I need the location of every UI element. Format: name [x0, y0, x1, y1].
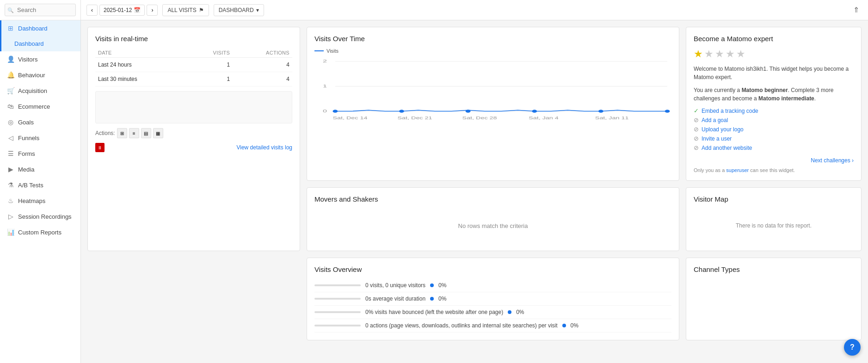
rt-actions: 4: [233, 72, 292, 86]
embed-tracking-link[interactable]: Embed a tracking code: [702, 108, 758, 114]
sidebar-item-dashboard[interactable]: ⊞ Dashboard: [0, 20, 80, 36]
sidebar-item-forms[interactable]: ☰ Forms: [0, 146, 80, 161]
actions-label: Actions:: [95, 130, 115, 136]
sidebar-label-goals: Goals: [18, 119, 34, 126]
cross-icon-2: ⊘: [694, 126, 699, 133]
pause-button[interactable]: ⏸: [95, 143, 105, 152]
sidebar-item-acquisition[interactable]: 🛒 Acquisition: [0, 83, 80, 98]
help-button[interactable]: ?: [844, 339, 861, 356]
cross-icon-1: ⊘: [694, 117, 699, 123]
overview-badge: 0%: [516, 309, 524, 315]
sidebar-label-visitors: Visitors: [18, 56, 37, 63]
movers-shakers-widget: Movers and Shakers No rows match the cri…: [307, 187, 679, 251]
overview-row: 0% visits have bounced (left the website…: [314, 306, 671, 319]
add-website-link[interactable]: Add another website: [702, 145, 752, 151]
svg-text:2: 2: [323, 58, 327, 63]
behaviour-icon: 🔔: [7, 71, 14, 79]
action-btn-2[interactable]: ≡: [129, 128, 139, 138]
sidebar-item-ecommerce[interactable]: 🛍 Ecommerce: [0, 98, 80, 114]
action-btn-4[interactable]: ▦: [153, 128, 163, 138]
overview-text: 0 visits, 0 unique visitors: [365, 282, 425, 289]
sidebar-label-media: Media: [18, 166, 34, 173]
action-btn-3[interactable]: ▤: [141, 128, 151, 138]
star-rating: ★ ★ ★ ★ ★: [694, 48, 854, 60]
next-challenges-link[interactable]: Next challenges ›: [811, 157, 854, 164]
date-navigation: ‹ 2025-01-12 📅 ›: [86, 5, 158, 16]
svg-point-11: [665, 110, 670, 112]
overview-dot: [430, 283, 434, 287]
upload-logo-link[interactable]: Upload your logo: [702, 126, 744, 133]
link-item-user: ⊘ Invite a user: [694, 135, 854, 142]
sidebar-item-custom-reports[interactable]: 📊 Custom Reports: [0, 224, 80, 240]
superuser-note: Only you as a superuser can see this wid…: [694, 167, 854, 173]
chart-legend: Visits: [314, 48, 671, 54]
expert-level-text: You are currently a Matomo beginner. Com…: [694, 86, 854, 103]
topbar: ‹ 2025-01-12 📅 › ALL VISITS ⚑ DASHBOARD …: [81, 0, 868, 20]
visits-overview-widget: Visits Overview 0 visits, 0 unique visit…: [307, 258, 679, 340]
legend-label: Visits: [326, 48, 339, 54]
svg-text:Sat, Dec 28: Sat, Dec 28: [462, 116, 497, 120]
realtime-actions: Actions: ⊞ ≡ ▤ ▦: [95, 128, 292, 138]
svg-text:0: 0: [323, 108, 327, 113]
overview-badge: 0%: [438, 295, 446, 302]
rt-date: Last 30 minutes: [95, 72, 187, 86]
overview-dot: [508, 310, 511, 314]
action-btn-1[interactable]: ⊞: [117, 128, 127, 138]
collapse-button[interactable]: ⇑: [850, 4, 862, 17]
star-2: ★: [704, 48, 714, 60]
dashboard-button[interactable]: DASHBOARD ▾: [214, 4, 264, 16]
add-goal-link[interactable]: Add a goal: [702, 117, 728, 123]
view-log-link[interactable]: View detailed visits log: [236, 144, 292, 151]
acquisition-icon: 🛒: [7, 87, 14, 94]
sidebar-label-behaviour: Behaviour: [18, 72, 45, 79]
link-item-goal: ⊘ Add a goal: [694, 117, 854, 123]
next-date-button[interactable]: ›: [147, 5, 158, 16]
chevron-down-icon: ▾: [256, 7, 259, 13]
realtime-widget: Visits in real-time DATE VISITS ACTIONS …: [87, 27, 300, 251]
svg-point-6: [332, 110, 338, 112]
sidebar-item-visitors[interactable]: 👤 Visitors: [0, 51, 80, 67]
all-visits-button[interactable]: ALL VISITS ⚑: [162, 4, 209, 16]
forms-icon: ☰: [7, 150, 14, 157]
dashboard-icon: ⊞: [7, 25, 14, 32]
star-1: ★: [694, 48, 703, 60]
current-level: Matomo beginner: [742, 87, 788, 93]
visitor-map-widget: Visitor Map There is no data for this re…: [686, 187, 862, 251]
col-actions: ACTIONS: [233, 48, 292, 58]
sidebar-item-funnels[interactable]: ◁ Funnels: [0, 130, 80, 146]
search-bar: [0, 0, 80, 20]
star-5: ★: [736, 48, 745, 60]
search-input[interactable]: [5, 4, 76, 16]
overview-badge: 0%: [571, 322, 579, 329]
realtime-table: DATE VISITS ACTIONS Last 24 hours 1 4 La…: [95, 48, 292, 86]
svg-text:Sat, Jan 4: Sat, Jan 4: [529, 116, 559, 120]
svg-point-9: [532, 110, 537, 112]
sidebar-label-custom-reports: Custom Reports: [18, 229, 62, 236]
sidebar-item-dashboard-sub[interactable]: Dashboard: [0, 36, 80, 51]
funnels-icon: ◁: [7, 134, 14, 142]
sidebar-item-heatmaps[interactable]: ♨ Heatmaps: [0, 193, 80, 209]
visits-over-time-widget: Visits Over Time Visits 2 1 0: [307, 27, 679, 181]
prev-date-button[interactable]: ‹: [86, 5, 98, 16]
next-level: Matomo intermediate: [758, 95, 814, 102]
overview-row: 0 visits, 0 unique visitors 0%: [314, 279, 671, 292]
expert-welcome: Welcome to Matomo ish3ikh1. This widget …: [694, 65, 854, 81]
rt-visits: 1: [187, 72, 233, 86]
ct-title: Channel Types: [694, 265, 854, 273]
sidebar-item-session-recordings[interactable]: ▷ Session Recordings: [0, 209, 80, 224]
next-challenges: Next challenges ›: [694, 157, 854, 164]
sidebar-item-goals[interactable]: ◎ Goals: [0, 114, 80, 130]
invite-user-link[interactable]: Invite a user: [702, 135, 732, 142]
sidebar-item-behaviour[interactable]: 🔔 Behaviour: [0, 67, 80, 83]
date-value: 2025-01-12: [104, 7, 132, 13]
date-display[interactable]: 2025-01-12 📅: [99, 5, 145, 16]
overview-dot: [562, 324, 566, 327]
star-3: ★: [715, 48, 724, 60]
sidebar-label-session-recordings: Session Recordings: [18, 213, 72, 220]
svg-text:Sat, Dec 14: Sat, Dec 14: [332, 116, 367, 120]
superuser-link[interactable]: superuser: [726, 167, 749, 173]
overview-row: 0 actions (page views, downloads, outlin…: [314, 319, 671, 332]
sidebar-item-ab-tests[interactable]: ⚗ A/B Tests: [0, 177, 80, 193]
visitors-icon: 👤: [7, 55, 14, 63]
sidebar-item-media[interactable]: ▶ Media: [0, 161, 80, 177]
